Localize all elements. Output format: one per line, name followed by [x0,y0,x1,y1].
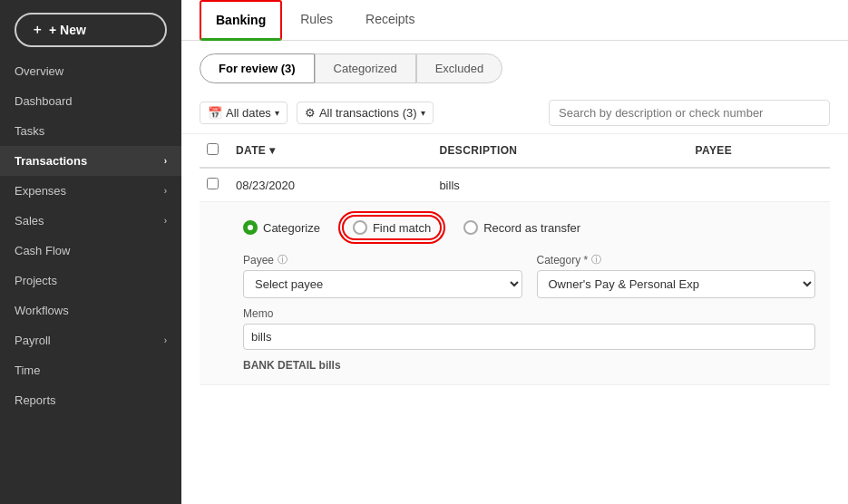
sub-tab-bar: For review (3) Categorized Excluded [181,41,848,92]
table-row[interactable]: 08/23/2020 bills [200,168,830,202]
row-checkbox[interactable] [207,178,219,189]
sidebar-item-time[interactable]: Time [0,355,181,385]
chevron-down-icon: ▾ [275,108,279,118]
cell-date: 08/23/2020 [229,168,432,202]
sidebar-item-overview[interactable]: Overview [0,56,181,86]
radio-categorize[interactable]: Categorize [243,220,320,235]
search-input[interactable] [549,100,830,126]
tab-rules[interactable]: Rules [286,1,347,40]
cell-description: bills [432,168,687,202]
radio-circle-find-match [353,220,367,235]
select-all-checkbox[interactable] [207,143,219,155]
radio-find-match[interactable]: Find match [342,215,442,240]
info-icon: ⓘ [591,253,601,267]
main-content: Banking Rules Receipts For review (3) Ca… [181,0,848,504]
radio-record-transfer[interactable]: Record as transfer [463,220,580,235]
col-date: DATE ▾ [229,134,432,168]
filter-icon: ⚙ [305,106,316,120]
expanded-row: Categorize Find match Record as transfer [200,202,830,385]
action-radio-group: Categorize Find match Record as transfer [243,215,815,240]
sidebar-item-reports[interactable]: Reports [0,385,181,415]
subtab-categorized[interactable]: Categorized [315,53,416,83]
bank-detail: BANK DETAIL bills [243,359,815,372]
memo-field: Memo [243,307,815,350]
subtab-for-review[interactable]: For review (3) [200,53,315,83]
plus-icon: ＋ [31,22,44,38]
transactions-table-wrap: DATE ▾ DESCRIPTION PAYEE [181,134,848,504]
sidebar-item-transactions[interactable]: Transactions › [0,146,181,176]
chevron-right-icon: › [164,156,167,166]
category-field: Category * ⓘ Owner's Pay & Personal Exp [537,253,816,298]
radio-circle-categorize [243,220,258,235]
col-description: DESCRIPTION [432,134,687,168]
transactions-filter[interactable]: ⚙ All transactions (3) ▾ [297,102,434,124]
sidebar-item-payroll[interactable]: Payroll › [0,325,181,355]
sidebar-item-sales[interactable]: Sales › [0,206,181,236]
filter-bar: 📅 All dates ▾ ⚙ All transactions (3) ▾ [181,92,848,134]
new-button-label: + New [49,23,86,37]
tab-receipts[interactable]: Receipts [351,1,429,40]
cell-payee [688,168,830,202]
memo-row: Memo [243,307,815,350]
chevron-right-icon: › [164,216,167,226]
subtab-excluded[interactable]: Excluded [416,53,502,83]
date-filter-label: All dates [226,106,271,120]
payee-select[interactable]: Select payee [243,270,522,298]
chevron-down-icon: ▾ [421,108,425,118]
memo-input[interactable] [243,324,815,350]
col-payee: PAYEE [688,134,830,168]
top-tab-bar: Banking Rules Receipts [181,0,848,41]
sort-icon: ▾ [269,144,275,157]
chevron-right-icon: › [164,186,167,196]
tab-banking[interactable]: Banking [200,0,282,41]
sidebar-nav: Overview Dashboard Tasks Transactions › … [0,56,181,415]
sidebar-item-dashboard[interactable]: Dashboard [0,86,181,116]
sidebar-item-expenses[interactable]: Expenses › [0,176,181,206]
sidebar: ＋ + New Overview Dashboard Tasks Transac… [0,0,181,504]
category-label: Category * ⓘ [537,253,816,267]
sidebar-item-projects[interactable]: Projects [0,266,181,296]
sidebar-item-workflows[interactable]: Workflows [0,296,181,325]
sidebar-item-cashflow[interactable]: Cash Flow [0,236,181,266]
radio-circle-transfer [463,220,478,235]
transactions-table: DATE ▾ DESCRIPTION PAYEE [200,134,830,385]
payee-label: Payee ⓘ [243,253,522,267]
payee-category-row: Payee ⓘ Select payee Category * [243,253,815,298]
payee-field: Payee ⓘ Select payee [243,253,522,298]
info-icon: ⓘ [278,253,288,267]
new-button[interactable]: ＋ + New [15,13,167,47]
date-filter[interactable]: 📅 All dates ▾ [200,102,288,124]
transactions-filter-label: All transactions (3) [319,106,417,120]
calendar-icon: 📅 [208,106,222,120]
sidebar-item-tasks[interactable]: Tasks [0,116,181,146]
category-select[interactable]: Owner's Pay & Personal Exp [537,270,816,298]
memo-label: Memo [243,307,815,320]
chevron-right-icon: › [164,335,167,345]
